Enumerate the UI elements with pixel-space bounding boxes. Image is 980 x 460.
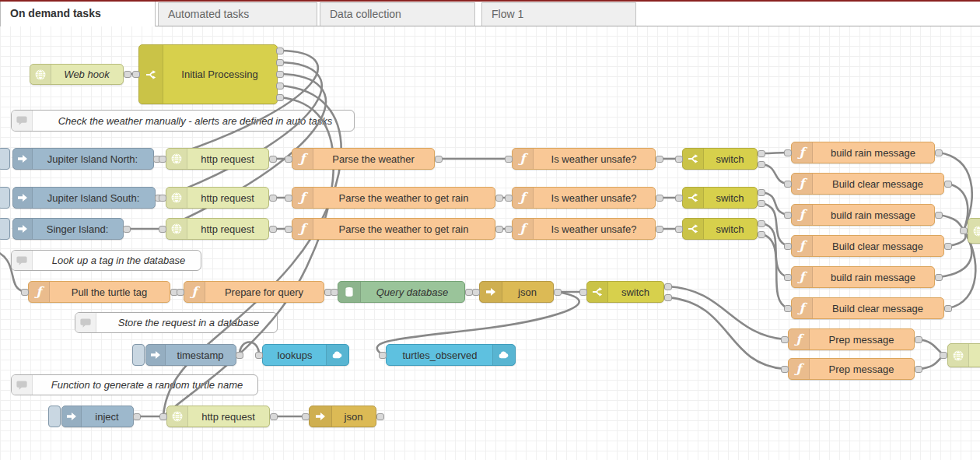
node-switch-4[interactable]: switch [586, 281, 664, 303]
node-build-rain-message-1[interactable]: ƒbuild rain message [791, 142, 935, 163]
node-inject-jupiter-south-button[interactable] [0, 187, 10, 209]
node-prepare-for-query[interactable]: ƒPrepare for query [184, 281, 324, 303]
port[interactable] [285, 195, 292, 202]
node-lookups[interactable]: lookups [262, 344, 349, 366]
port[interactable] [784, 274, 792, 281]
port[interactable] [276, 94, 284, 101]
port[interactable] [269, 156, 277, 163]
node-parse-weather-rain-1[interactable]: ƒParse the weather to get rain [292, 187, 495, 209]
node-json-2[interactable]: json [309, 406, 376, 427]
node-prep-message-1[interactable]: ƒPrep message [788, 328, 915, 350]
port[interactable] [935, 274, 943, 281]
node-partial-right-1[interactable] [968, 218, 980, 244]
port[interactable] [758, 189, 765, 196]
port[interactable] [784, 181, 792, 188]
port[interactable] [159, 195, 166, 202]
port[interactable] [505, 156, 513, 163]
port[interactable] [758, 220, 765, 227]
port[interactable] [255, 352, 263, 359]
node-is-weather-unsafe-3[interactable]: ƒIs weather unsafe? [512, 218, 656, 240]
port[interactable] [472, 289, 480, 296]
node-http-request-1[interactable]: http request [166, 148, 269, 170]
port[interactable] [675, 156, 683, 163]
node-build-rain-message-2[interactable]: ƒbuild rain message [791, 204, 935, 226]
port[interactable] [505, 195, 513, 202]
port[interactable] [276, 47, 284, 54]
port[interactable] [270, 413, 278, 420]
node-inject-timestamp[interactable]: timestamp [145, 344, 236, 366]
port[interactable] [656, 156, 663, 163]
port[interactable] [656, 195, 663, 202]
port[interactable] [133, 413, 141, 420]
port[interactable] [285, 226, 292, 233]
node-inject-timestamp-button[interactable] [132, 344, 145, 366]
comment-store-request[interactable]: Store the request in a database [75, 312, 278, 333]
port[interactable] [781, 366, 789, 373]
port[interactable] [784, 212, 792, 219]
node-http-request-3[interactable]: http request [166, 218, 269, 240]
node-switch-3[interactable]: switch [682, 218, 758, 240]
node-is-weather-unsafe-1[interactable]: ƒIs weather unsafe? [512, 148, 656, 170]
port[interactable] [285, 156, 292, 163]
port[interactable] [935, 212, 943, 219]
port[interactable] [276, 71, 284, 78]
port[interactable] [495, 226, 503, 233]
port[interactable] [915, 336, 922, 343]
node-inject-singer-island[interactable]: Singer Island: [12, 218, 124, 240]
port[interactable] [269, 226, 277, 233]
port[interactable] [758, 161, 765, 168]
port[interactable] [664, 294, 672, 301]
tab-on-demand-tasks[interactable]: On demand tasks [0, 1, 156, 26]
port[interactable] [781, 336, 789, 343]
tab-flow-1[interactable]: Flow 1 [481, 2, 636, 26]
port[interactable] [915, 366, 922, 373]
node-build-clear-message-3[interactable]: ƒBuild clear message [791, 297, 944, 319]
node-query-database[interactable]: Query database [338, 281, 465, 303]
port[interactable] [132, 71, 140, 78]
port[interactable] [435, 156, 443, 163]
port[interactable] [784, 243, 792, 250]
port[interactable] [656, 226, 663, 233]
port[interactable] [940, 352, 947, 359]
port[interactable] [758, 200, 765, 207]
node-http-request-4[interactable]: http request [166, 406, 270, 427]
node-inject-jupiter-south[interactable]: Jupiter Island South: [12, 187, 156, 209]
port[interactable] [495, 195, 503, 202]
port[interactable] [784, 305, 792, 312]
port[interactable] [302, 413, 310, 420]
node-web-hook[interactable]: Web hook [30, 64, 124, 85]
port[interactable] [159, 226, 166, 233]
port[interactable] [579, 289, 587, 296]
node-json-1[interactable]: json [479, 281, 554, 303]
node-inject-bottom[interactable]: inject [61, 406, 134, 427]
port[interactable] [664, 283, 672, 290]
node-pull-turtle-tag[interactable]: ƒPull the turtle tag [28, 281, 170, 303]
node-is-weather-unsafe-2[interactable]: ƒIs weather unsafe? [512, 187, 656, 209]
port[interactable] [379, 352, 387, 359]
port[interactable] [159, 156, 166, 163]
port[interactable] [331, 289, 338, 296]
comment-random-turtle[interactable]: Function to generate a random turtle nam… [11, 374, 258, 395]
port[interactable] [960, 227, 968, 234]
node-build-rain-message-3[interactable]: ƒbuild rain message [791, 266, 935, 288]
port[interactable] [376, 413, 384, 420]
comment-lookup-tag[interactable]: Look up a tag in the database [11, 250, 201, 271]
node-parse-weather[interactable]: ƒParse the weather [292, 148, 435, 170]
port[interactable] [944, 243, 952, 250]
port[interactable] [554, 289, 562, 296]
tab-automated-tasks[interactable]: Automated tasks [158, 2, 317, 26]
port[interactable] [124, 71, 131, 78]
port[interactable] [177, 289, 184, 296]
node-parse-weather-rain-2[interactable]: ƒParse the weather to get rain [292, 218, 495, 240]
node-inject-singer-island-button[interactable] [0, 218, 10, 240]
node-build-clear-message-2[interactable]: ƒBuild clear message [791, 235, 944, 257]
node-build-clear-message-1[interactable]: ƒBuild clear message [791, 173, 944, 195]
port[interactable] [276, 59, 284, 66]
tab-data-collection[interactable]: Data collection [320, 2, 475, 26]
port[interactable] [758, 231, 765, 238]
node-inject-jupiter-north[interactable]: Jupiter Island North: [12, 148, 154, 170]
port[interactable] [944, 181, 952, 188]
port[interactable] [944, 305, 952, 312]
port[interactable] [505, 226, 513, 233]
port[interactable] [123, 226, 131, 233]
